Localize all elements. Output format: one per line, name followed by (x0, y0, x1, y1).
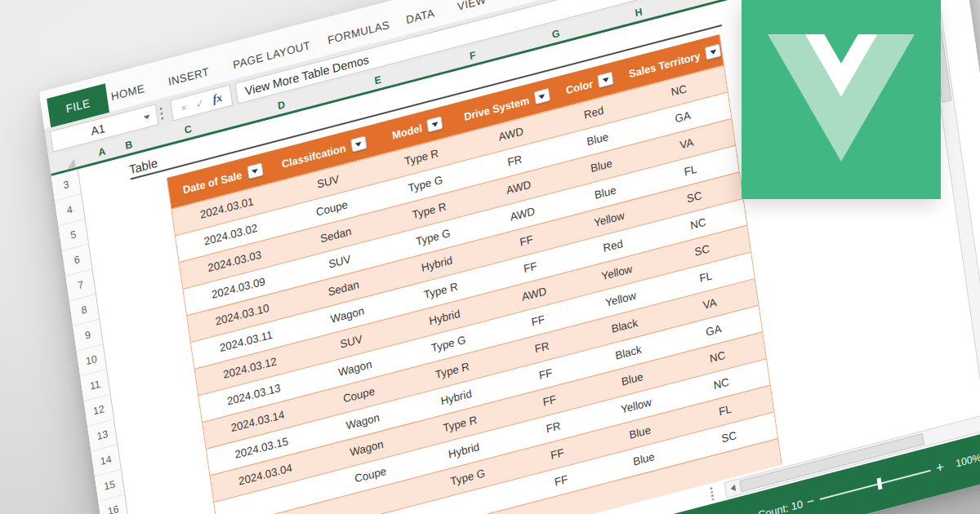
column-header-label: Model (391, 122, 423, 141)
filter-dropdown-button[interactable] (597, 71, 614, 88)
cancel-icon[interactable]: × (180, 100, 187, 114)
zoom-slider-thumb[interactable] (877, 477, 883, 490)
zoom-in-button[interactable]: + (935, 459, 945, 477)
column-header-A[interactable]: A (97, 145, 106, 158)
filter-dropdown-button[interactable] (534, 88, 551, 105)
row-header-strip: 34567891011121314151617 (51, 169, 148, 514)
column-header-G[interactable]: G (551, 27, 560, 40)
zoom-slider[interactable] (820, 470, 931, 500)
column-header-label: Date of Sale (182, 168, 243, 196)
status-count: Count: 10 (757, 498, 804, 514)
vue-logo-card (742, 0, 941, 199)
filter-dropdown-button[interactable] (705, 43, 722, 60)
column-header-C[interactable]: C (184, 122, 193, 135)
zoom-level[interactable]: 100% (955, 452, 980, 470)
column-header-label: Color (565, 77, 594, 95)
vue-logo-icon (768, 34, 915, 162)
column-header-H[interactable]: H (635, 6, 644, 19)
filter-dropdown-button[interactable] (247, 162, 264, 179)
ribbon-tab-home[interactable]: HOME (110, 82, 145, 103)
ribbon-tab-view[interactable]: VIEW (457, 0, 487, 13)
vue-logo-outer-v (768, 34, 915, 162)
column-header-B[interactable]: B (124, 138, 133, 151)
promo-card: FILE HOMEINSERTPAGE LAYOUTFORMULASDATAVI… (0, 0, 980, 514)
filter-dropdown-button[interactable] (426, 116, 443, 133)
filter-dropdown-button[interactable] (350, 135, 368, 153)
table-body: 2024.03.01SUVType RAWDRedNC2024.03.02Cou… (172, 65, 781, 514)
ribbon-tab-insert[interactable]: INSERT (167, 65, 210, 88)
formula-bar-grip-icon (158, 101, 164, 124)
column-header-E[interactable]: E (374, 73, 382, 86)
column-header-F[interactable]: F (469, 49, 476, 62)
chevron-down-icon[interactable] (144, 114, 150, 120)
enter-icon[interactable]: ✓ (194, 96, 205, 111)
insert-function-icon[interactable]: fx (212, 91, 223, 106)
column-header-D[interactable]: D (277, 99, 286, 112)
zoom-out-button[interactable]: − (806, 494, 816, 510)
ribbon-tab-data[interactable]: DATA (405, 7, 435, 26)
select-all-corner[interactable] (65, 158, 75, 170)
